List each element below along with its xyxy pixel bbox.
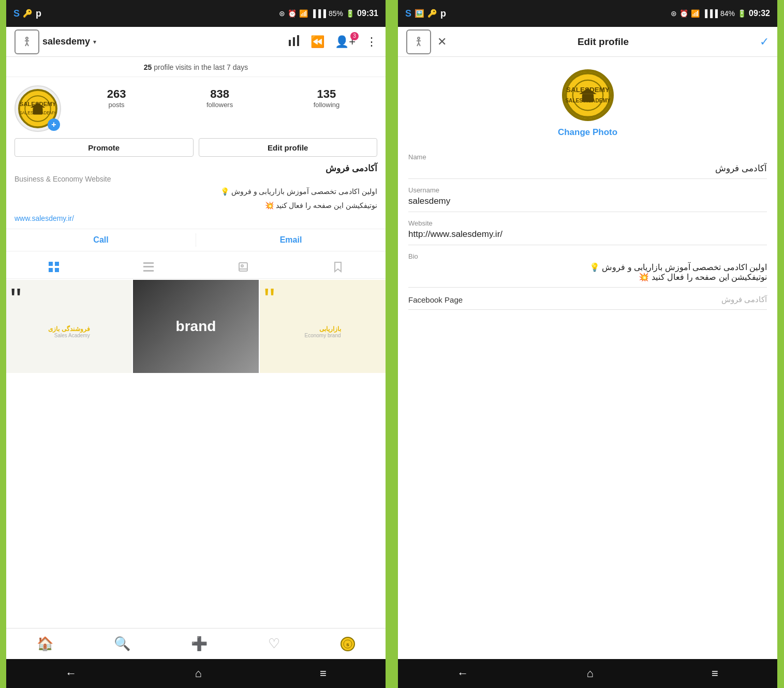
call-button[interactable]: Call [6, 229, 196, 251]
profile-actions: Promote Edit profile [6, 132, 386, 163]
name-input[interactable] [408, 163, 767, 173]
tab-grid[interactable] [6, 256, 101, 278]
followers-count: 838 [210, 87, 229, 101]
following-count: 135 [317, 87, 336, 101]
following-stat[interactable]: 135 following [314, 87, 340, 109]
accessibility-icon-right [406, 29, 431, 54]
username-input[interactable] [408, 196, 767, 206]
confirm-edit-button[interactable]: ✓ [760, 35, 769, 49]
post-item-2[interactable]: brand [133, 280, 259, 373]
profile-visits-bar: 25 profile visits in the last 7 days [6, 57, 386, 77]
home-button-left[interactable]: ⌂ [195, 667, 201, 680]
signal-bars: ▐▐▐ [310, 9, 326, 18]
stats-icon[interactable] [288, 35, 300, 49]
promote-button[interactable]: Promote [14, 138, 194, 157]
p-icon-right: p [440, 8, 446, 19]
bio-line1[interactable]: اولین اکادمی تخصصی آموزش بازاریابی و فرو… [408, 262, 767, 272]
bio-line2[interactable]: نوتیفکیشن این صفحه را فعال کنید 💥 [408, 272, 767, 282]
posts-label: posts [109, 101, 125, 109]
bluetooth-icon-right: ⊛ [671, 9, 677, 18]
bio-category: Business & Economy Website [14, 175, 377, 183]
tab-list[interactable] [101, 256, 196, 278]
tab-tagged[interactable] [196, 256, 291, 278]
dropdown-arrow-icon[interactable]: ▾ [93, 38, 96, 46]
notification-badge: 3 [350, 32, 359, 40]
svg-point-18 [241, 265, 243, 267]
svg-rect-29 [582, 94, 594, 102]
nav-left-section: salesdemy ▾ [14, 29, 96, 54]
account-name[interactable]: salesdemy [42, 36, 90, 47]
svg-rect-13 [55, 268, 59, 272]
s-icon-right: S [405, 8, 411, 19]
bio-text-edit: اولین اکادمی تخصصی آموزش بازاریابی و فرو… [408, 262, 767, 282]
posts-grid: " فروشندگی بازی Sales Academy brand " با… [6, 279, 386, 374]
home-nav-icon[interactable]: 🏠 [37, 636, 53, 652]
brand-post: brand [133, 280, 259, 373]
svg-rect-8 [33, 108, 43, 114]
back-button-left[interactable]: ← [65, 667, 77, 680]
right-phone: S 🖼️ 🔑 p ⊛ ⏰ 📶 ▐▐▐ 84% 🔋 09:32 [392, 0, 783, 688]
avatar-wrap: SALESDEMY SALES ACADEMY + [14, 85, 61, 132]
close-edit-button[interactable]: ✕ [437, 35, 447, 49]
activity-nav-icon[interactable]: ♡ [268, 636, 280, 652]
stats-row: 263 posts 838 followers 135 following [69, 85, 377, 109]
bio-link[interactable]: www.salesdemy.ir/ [14, 214, 377, 222]
svg-point-24 [418, 37, 420, 39]
add-nav-icon[interactable]: ➕ [191, 636, 208, 652]
battery-icon-right: 🔋 [737, 9, 746, 18]
post-item-3[interactable]: " بازاریابی Economy brand [260, 280, 386, 373]
website-input[interactable] [408, 229, 767, 240]
followers-label: followers [206, 101, 233, 109]
svg-rect-3 [297, 35, 299, 46]
signal-bars-right: ▐▐▐ [702, 9, 718, 18]
profile-bio: آکادمی فروش Business & Economy Website ا… [6, 163, 386, 229]
content-tabs [6, 256, 386, 279]
edit-fields-container: Name Username Website Bio اولی [398, 146, 777, 310]
status-bar-right-icons: ⊛ ⏰ 📶 ▐▐▐ 85% 🔋 09:31 [279, 9, 378, 18]
svg-rect-2 [293, 37, 295, 46]
right-screen: ✕ Edit profile ✓ SALESDEMY SALES ACADEMY [398, 27, 777, 659]
bio-field: Bio اولین اکادمی تخصصی آموزش بازاریابی و… [408, 245, 767, 288]
username-label: Username [408, 186, 767, 194]
status-time-left: 09:31 [357, 9, 378, 18]
posts-stat[interactable]: 263 posts [107, 87, 126, 109]
post-item-1[interactable]: " فروشندگی بازی Sales Academy [6, 280, 132, 373]
edit-top-nav: ✕ Edit profile ✓ [398, 27, 777, 57]
bio-text-line2: نوتیفکیشن این صفحه را فعال کنید 💥 [14, 200, 377, 211]
edit-profile-logo: SALESDEMY SALES ACADEMY [565, 72, 611, 118]
visits-text: profile visits in the last 7 days [154, 63, 248, 71]
svg-rect-1 [289, 40, 291, 46]
image-icon-right: 🖼️ [415, 9, 424, 18]
menu-button-left[interactable]: ≡ [320, 667, 327, 680]
accessibility-icon-left [14, 29, 39, 54]
bottom-nav-left: 🏠 🔍 ➕ ♡ S [6, 628, 386, 659]
tab-saved[interactable] [291, 256, 386, 278]
quote-mark-1: " [10, 284, 21, 315]
back-button-right[interactable]: ← [457, 667, 468, 680]
facebook-value[interactable]: آکادمی فروش [721, 295, 767, 304]
visits-count: 25 [144, 63, 152, 71]
search-nav-icon[interactable]: 🔍 [114, 636, 130, 652]
wifi-icon: 📶 [299, 9, 308, 18]
add-photo-button[interactable]: + [48, 118, 60, 131]
change-photo-button[interactable]: Change Photo [558, 127, 617, 138]
edit-profile-button[interactable]: Edit profile [199, 138, 378, 157]
profile-nav-icon[interactable]: S [341, 637, 355, 651]
menu-button-right[interactable]: ≡ [712, 667, 718, 680]
contact-row: Call Email [6, 229, 386, 251]
email-button[interactable]: Email [196, 229, 386, 251]
status-bar-left-icons: S 🔑 p [13, 8, 41, 19]
right-status-left-icons: S 🖼️ 🔑 p [405, 8, 446, 19]
svg-text:S: S [347, 642, 350, 647]
status-bar-left: S 🔑 p ⊛ ⏰ 📶 ▐▐▐ 85% 🔋 09:31 [6, 0, 386, 27]
svg-point-0 [26, 37, 28, 39]
following-label: following [314, 101, 340, 109]
posts-count: 263 [107, 87, 126, 101]
followers-stat[interactable]: 838 followers [206, 87, 233, 109]
more-options-icon[interactable]: ⋮ [366, 35, 377, 49]
history-icon[interactable]: ⏪ [310, 35, 324, 49]
profile-header: SALESDEMY SALES ACADEMY + 263 posts [6, 77, 386, 132]
home-button-right[interactable]: ⌂ [586, 667, 593, 680]
add-friend-icon[interactable]: 👤+ 3 [335, 35, 356, 49]
battery-percent-right: 84% [720, 9, 735, 18]
